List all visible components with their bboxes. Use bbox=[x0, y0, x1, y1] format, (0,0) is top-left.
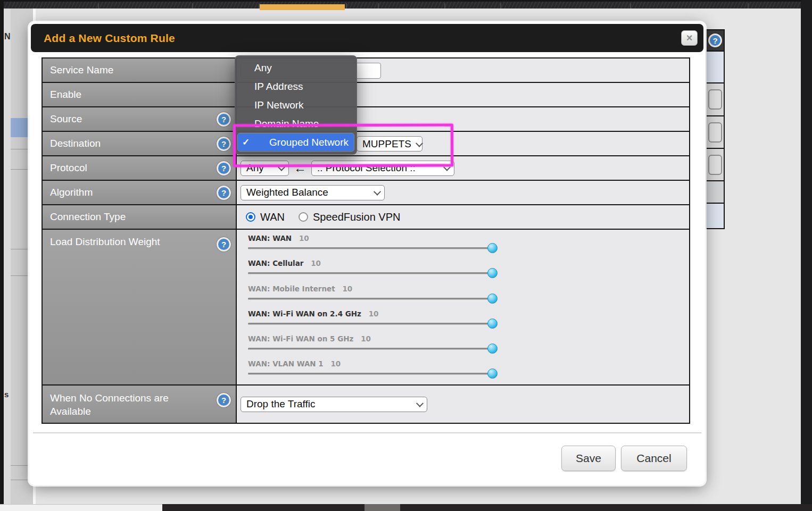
dropdown-item-label: Domain Name bbox=[254, 118, 319, 130]
left-arrow-icon: ← bbox=[294, 162, 306, 174]
dropdown-item[interactable]: ✓ Grouped Network bbox=[237, 133, 354, 152]
slider-track[interactable] bbox=[248, 323, 496, 324]
navbar-divider bbox=[192, 3, 193, 9]
active-nav-tab[interactable] bbox=[260, 4, 345, 10]
background-column-left: N s bbox=[4, 9, 11, 504]
background-table-cell bbox=[707, 82, 724, 115]
protocol-label: Protocol ? bbox=[43, 156, 237, 180]
dropdown-item[interactable]: ✓ Domain Name bbox=[237, 114, 354, 133]
protocol-selection-select[interactable]: :: Protocol Selection :: bbox=[311, 161, 454, 176]
navbar-divider bbox=[346, 3, 347, 9]
dropdown-item-label: IP Network bbox=[254, 99, 304, 111]
no-connections-value-cell: Drop the Traffic bbox=[237, 386, 689, 423]
slider-track[interactable] bbox=[248, 348, 496, 349]
slider-label: WAN: VLAN WAN 1 bbox=[248, 359, 324, 368]
wan-weight-slider-group: WAN: Wi-Fi WAN on 5 GHz 10 bbox=[248, 334, 496, 359]
chevron-down-icon bbox=[443, 164, 451, 171]
background-table-right-column: ? bbox=[706, 29, 725, 229]
algorithm-value-cell: Weighted Balance bbox=[237, 181, 689, 204]
load-distribution-row: Load Distribution Weight ? WAN: WAN 10 bbox=[43, 230, 689, 386]
bottom-bar-left bbox=[0, 504, 162, 511]
dialog-titlebar: Add a New Custom Rule × bbox=[31, 24, 703, 52]
chevron-down-icon bbox=[374, 188, 381, 196]
help-icon[interactable]: ? bbox=[217, 237, 231, 252]
navbar-divider bbox=[500, 3, 501, 9]
radio-icon bbox=[246, 212, 255, 222]
page-right-edge bbox=[801, 0, 812, 511]
wan-weight-slider-group: WAN: VLAN WAN 1 10 bbox=[248, 359, 496, 384]
connection-type-option[interactable]: SpeedFusion VPN bbox=[299, 211, 401, 223]
chevron-down-icon bbox=[416, 139, 423, 147]
rule-form: Service Name Enable Source ? Destination bbox=[42, 57, 690, 424]
help-icon[interactable]: ? bbox=[217, 186, 231, 200]
slider-label: WAN: Cellular bbox=[248, 259, 303, 267]
enable-row: Enable bbox=[43, 83, 689, 107]
dropdown-item-label: Grouped Network bbox=[269, 137, 349, 148]
scrollbar-thumb[interactable] bbox=[364, 504, 400, 511]
slider-handle[interactable] bbox=[487, 319, 498, 329]
page-left-edge bbox=[0, 0, 4, 511]
slider-label: WAN: Wi-Fi WAN on 5 GHz bbox=[248, 334, 353, 343]
connection-type-row: Connection Type WAN SpeedFusion VPN bbox=[43, 205, 689, 230]
service-name-label: Service Name bbox=[43, 58, 237, 82]
slider-track[interactable] bbox=[248, 298, 496, 299]
cancel-button[interactable]: Cancel bbox=[621, 446, 687, 471]
dialog-title: Add a New Custom Rule bbox=[44, 32, 175, 45]
help-icon[interactable]: ? bbox=[217, 161, 231, 175]
slider-label: WAN: WAN bbox=[248, 234, 292, 242]
slider-track[interactable] bbox=[248, 247, 496, 249]
source-row: Source ? bbox=[43, 107, 689, 132]
background-text-fragment: s bbox=[4, 390, 9, 399]
algorithm-label: Algorithm ? bbox=[43, 181, 237, 204]
dropdown-item-label: IP Address bbox=[254, 81, 303, 93]
slider-handle[interactable] bbox=[487, 294, 498, 304]
protocol-select[interactable]: Any bbox=[241, 161, 289, 176]
destination-label: Destination ? bbox=[43, 132, 237, 155]
close-button[interactable]: × bbox=[681, 30, 698, 46]
wan-weight-slider-group: WAN: Wi-Fi WAN on 2.4 GHz 10 bbox=[248, 309, 496, 334]
background-text-fragment: N bbox=[4, 32, 11, 41]
navbar-divider bbox=[748, 3, 749, 9]
radio-icon bbox=[299, 212, 308, 222]
help-icon[interactable]: ? bbox=[708, 33, 722, 47]
radio-option-label: WAN bbox=[260, 211, 285, 223]
slider-handle[interactable] bbox=[487, 268, 498, 278]
dropdown-item[interactable]: ✓ Any bbox=[237, 58, 354, 77]
slider-handle[interactable] bbox=[487, 344, 498, 354]
checkmark-icon: ✓ bbox=[242, 137, 255, 148]
no-connections-row: When No Connections are Available ? Drop… bbox=[43, 386, 689, 423]
help-icon[interactable]: ? bbox=[217, 112, 231, 127]
connection-type-label: Connection Type bbox=[43, 205, 237, 229]
wan-weight-slider-group: WAN: Mobile Internet 10 bbox=[248, 284, 496, 309]
slider-value: 10 bbox=[361, 334, 371, 343]
chevron-down-icon bbox=[416, 400, 424, 407]
background-button bbox=[708, 122, 722, 143]
slider-handle[interactable] bbox=[487, 368, 498, 379]
help-icon[interactable]: ? bbox=[217, 137, 231, 151]
algorithm-select[interactable]: Weighted Balance bbox=[241, 185, 385, 200]
background-table-cell bbox=[707, 51, 724, 82]
source-label: Source ? bbox=[43, 107, 237, 131]
slider-track[interactable] bbox=[248, 272, 496, 274]
slider-value: 10 bbox=[369, 309, 379, 318]
enable-label: Enable bbox=[43, 83, 237, 106]
radio-option-label: SpeedFusion VPN bbox=[313, 211, 401, 223]
background-table-cell bbox=[707, 180, 724, 203]
dropdown-item[interactable]: ✓ IP Network bbox=[237, 96, 354, 114]
protocol-value-cell: Any ← :: Protocol Selection :: bbox=[237, 156, 689, 180]
help-icon[interactable]: ? bbox=[217, 393, 231, 407]
connection-type-option[interactable]: WAN bbox=[246, 211, 285, 223]
algorithm-row: Algorithm ? Weighted Balance bbox=[43, 181, 689, 205]
top-navbar bbox=[0, 0, 812, 9]
slider-handle[interactable] bbox=[487, 243, 498, 253]
slider-track[interactable] bbox=[248, 373, 496, 374]
no-connections-select[interactable]: Drop the Traffic bbox=[241, 397, 427, 412]
background-button bbox=[708, 155, 722, 175]
save-button[interactable]: Save bbox=[561, 446, 616, 471]
grouped-network-select[interactable]: MUPPETS bbox=[357, 136, 422, 152]
add-custom-rule-dialog: Add a New Custom Rule × Service Name Ena… bbox=[29, 22, 705, 485]
destination-row: Destination ? MUPPETS bbox=[43, 132, 689, 156]
bottom-bar bbox=[162, 504, 812, 511]
dropdown-item[interactable]: ✓ IP Address bbox=[237, 77, 354, 96]
navbar-divider bbox=[98, 3, 99, 9]
